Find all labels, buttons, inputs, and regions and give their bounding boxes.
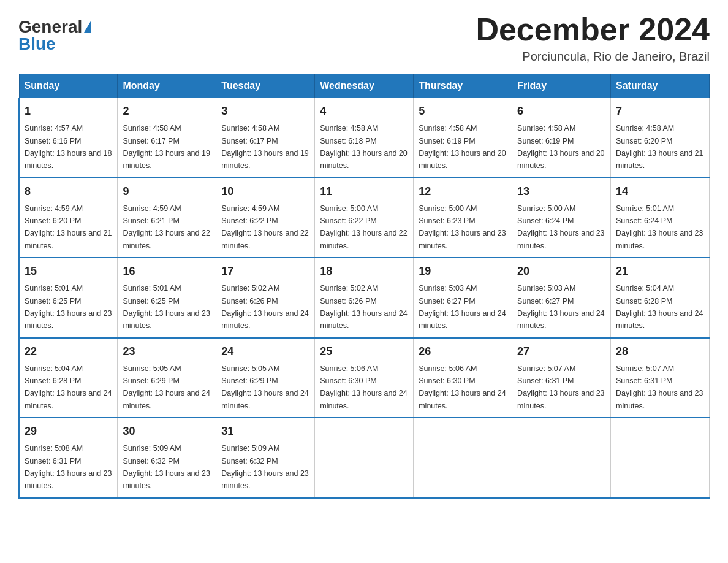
- day-number: 8: [25, 183, 112, 200]
- day-number: 3: [221, 103, 309, 120]
- calendar-day-cell: 16Sunrise: 5:01 AMSunset: 6:25 PMDayligh…: [118, 258, 216, 338]
- day-info: Sunrise: 5:07 AMSunset: 6:31 PMDaylight:…: [616, 364, 703, 410]
- calendar-day-cell: 20Sunrise: 5:03 AMSunset: 6:27 PMDayligh…: [512, 258, 611, 338]
- calendar-day-cell: 8Sunrise: 4:59 AMSunset: 6:20 PMDaylight…: [19, 178, 118, 258]
- calendar-day-cell: 19Sunrise: 5:03 AMSunset: 6:27 PMDayligh…: [414, 258, 512, 338]
- day-info: Sunrise: 5:08 AMSunset: 6:31 PMDaylight:…: [25, 444, 112, 490]
- calendar-day-cell: 3Sunrise: 4:58 AMSunset: 6:17 PMDaylight…: [216, 98, 315, 178]
- day-info: Sunrise: 5:03 AMSunset: 6:27 PMDaylight:…: [517, 284, 604, 330]
- day-number: 30: [123, 423, 211, 440]
- main-title: December 2024: [476, 12, 710, 47]
- calendar-day-cell: 13Sunrise: 5:00 AMSunset: 6:24 PMDayligh…: [512, 178, 611, 258]
- day-number: 4: [320, 103, 408, 120]
- calendar-day-cell: 30Sunrise: 5:09 AMSunset: 6:32 PMDayligh…: [118, 418, 216, 498]
- calendar-day-cell: [512, 418, 611, 498]
- day-number: 31: [221, 423, 309, 440]
- calendar-day-cell: 5Sunrise: 4:58 AMSunset: 6:19 PMDaylight…: [414, 98, 512, 178]
- weekday-header-monday: Monday: [118, 74, 216, 98]
- day-info: Sunrise: 5:01 AMSunset: 6:25 PMDaylight:…: [25, 284, 112, 330]
- day-number: 25: [320, 343, 408, 360]
- calendar-day-cell: 12Sunrise: 5:00 AMSunset: 6:23 PMDayligh…: [414, 178, 512, 258]
- logo: General Blue: [18, 18, 91, 53]
- day-number: 27: [517, 343, 605, 360]
- day-info: Sunrise: 4:59 AMSunset: 6:21 PMDaylight:…: [123, 204, 210, 250]
- calendar-day-cell: 23Sunrise: 5:05 AMSunset: 6:29 PMDayligh…: [118, 338, 216, 418]
- calendar-day-cell: [315, 418, 414, 498]
- calendar-week-row: 22Sunrise: 5:04 AMSunset: 6:28 PMDayligh…: [19, 338, 710, 418]
- day-number: 29: [25, 423, 112, 440]
- calendar-day-cell: 22Sunrise: 5:04 AMSunset: 6:28 PMDayligh…: [19, 338, 118, 418]
- calendar-week-row: 1Sunrise: 4:57 AMSunset: 6:16 PMDaylight…: [19, 98, 710, 178]
- day-info: Sunrise: 4:58 AMSunset: 6:19 PMDaylight:…: [419, 124, 506, 170]
- calendar-day-cell: 31Sunrise: 5:09 AMSunset: 6:32 PMDayligh…: [216, 418, 315, 498]
- calendar-day-cell: 18Sunrise: 5:02 AMSunset: 6:26 PMDayligh…: [315, 258, 414, 338]
- day-number: 15: [25, 263, 112, 280]
- day-info: Sunrise: 5:04 AMSunset: 6:28 PMDaylight:…: [616, 284, 703, 330]
- day-number: 17: [221, 263, 309, 280]
- calendar-day-cell: 9Sunrise: 4:59 AMSunset: 6:21 PMDaylight…: [118, 178, 216, 258]
- subtitle: Porciuncula, Rio de Janeiro, Brazil: [476, 50, 710, 64]
- day-info: Sunrise: 5:09 AMSunset: 6:32 PMDaylight:…: [123, 444, 210, 490]
- calendar-week-row: 15Sunrise: 5:01 AMSunset: 6:25 PMDayligh…: [19, 258, 710, 338]
- day-info: Sunrise: 4:59 AMSunset: 6:22 PMDaylight:…: [221, 204, 308, 250]
- calendar-day-cell: 14Sunrise: 5:01 AMSunset: 6:24 PMDayligh…: [611, 178, 710, 258]
- day-number: 2: [123, 103, 211, 120]
- day-number: 26: [419, 343, 507, 360]
- day-info: Sunrise: 5:05 AMSunset: 6:29 PMDaylight:…: [221, 364, 308, 410]
- calendar-day-cell: 26Sunrise: 5:06 AMSunset: 6:30 PMDayligh…: [414, 338, 512, 418]
- weekday-header-tuesday: Tuesday: [216, 74, 315, 98]
- calendar-day-cell: 25Sunrise: 5:06 AMSunset: 6:30 PMDayligh…: [315, 338, 414, 418]
- day-number: 18: [320, 263, 408, 280]
- day-info: Sunrise: 4:58 AMSunset: 6:17 PMDaylight:…: [221, 124, 308, 170]
- calendar-day-cell: 15Sunrise: 5:01 AMSunset: 6:25 PMDayligh…: [19, 258, 118, 338]
- logo-blue-text: Blue: [18, 36, 56, 53]
- calendar-week-row: 8Sunrise: 4:59 AMSunset: 6:20 PMDaylight…: [19, 178, 710, 258]
- title-section: December 2024 Porciuncula, Rio de Janeir…: [476, 12, 710, 64]
- weekday-header-wednesday: Wednesday: [315, 74, 414, 98]
- logo-general-text: General: [18, 18, 82, 36]
- day-number: 5: [419, 103, 507, 120]
- day-number: 14: [616, 183, 704, 200]
- day-number: 9: [123, 183, 211, 200]
- day-info: Sunrise: 5:02 AMSunset: 6:26 PMDaylight:…: [320, 284, 407, 330]
- day-info: Sunrise: 4:58 AMSunset: 6:19 PMDaylight:…: [517, 124, 604, 170]
- day-number: 28: [616, 343, 704, 360]
- calendar-day-cell: 24Sunrise: 5:05 AMSunset: 6:29 PMDayligh…: [216, 338, 315, 418]
- day-info: Sunrise: 5:00 AMSunset: 6:23 PMDaylight:…: [419, 204, 506, 250]
- day-number: 23: [123, 343, 211, 360]
- calendar-day-cell: 11Sunrise: 5:00 AMSunset: 6:22 PMDayligh…: [315, 178, 414, 258]
- day-number: 11: [320, 183, 408, 200]
- calendar-day-cell: 7Sunrise: 4:58 AMSunset: 6:20 PMDaylight…: [611, 98, 710, 178]
- weekday-header-friday: Friday: [512, 74, 611, 98]
- calendar-day-cell: 4Sunrise: 4:58 AMSunset: 6:18 PMDaylight…: [315, 98, 414, 178]
- day-info: Sunrise: 5:07 AMSunset: 6:31 PMDaylight:…: [517, 364, 604, 410]
- weekday-header-thursday: Thursday: [414, 74, 512, 98]
- calendar-day-cell: 29Sunrise: 5:08 AMSunset: 6:31 PMDayligh…: [19, 418, 118, 498]
- day-number: 21: [616, 263, 704, 280]
- day-number: 10: [221, 183, 309, 200]
- day-info: Sunrise: 5:06 AMSunset: 6:30 PMDaylight:…: [419, 364, 506, 410]
- calendar-week-row: 29Sunrise: 5:08 AMSunset: 6:31 PMDayligh…: [19, 418, 710, 498]
- day-info: Sunrise: 4:58 AMSunset: 6:17 PMDaylight:…: [123, 124, 210, 170]
- day-info: Sunrise: 5:00 AMSunset: 6:22 PMDaylight:…: [320, 204, 407, 250]
- calendar-day-cell: 17Sunrise: 5:02 AMSunset: 6:26 PMDayligh…: [216, 258, 315, 338]
- calendar-day-cell: [611, 418, 710, 498]
- day-number: 20: [517, 263, 605, 280]
- day-info: Sunrise: 5:02 AMSunset: 6:26 PMDaylight:…: [221, 284, 308, 330]
- calendar-day-cell: 2Sunrise: 4:58 AMSunset: 6:17 PMDaylight…: [118, 98, 216, 178]
- calendar-day-cell: 28Sunrise: 5:07 AMSunset: 6:31 PMDayligh…: [611, 338, 710, 418]
- day-info: Sunrise: 4:58 AMSunset: 6:20 PMDaylight:…: [616, 124, 703, 170]
- day-number: 22: [25, 343, 112, 360]
- day-number: 13: [517, 183, 605, 200]
- day-number: 7: [616, 103, 704, 120]
- day-info: Sunrise: 5:04 AMSunset: 6:28 PMDaylight:…: [25, 364, 112, 410]
- weekday-header-saturday: Saturday: [611, 74, 710, 98]
- day-info: Sunrise: 4:58 AMSunset: 6:18 PMDaylight:…: [320, 124, 407, 170]
- calendar-day-cell: 1Sunrise: 4:57 AMSunset: 6:16 PMDaylight…: [19, 98, 118, 178]
- calendar-day-cell: 6Sunrise: 4:58 AMSunset: 6:19 PMDaylight…: [512, 98, 611, 178]
- day-number: 6: [517, 103, 605, 120]
- calendar-day-cell: 10Sunrise: 4:59 AMSunset: 6:22 PMDayligh…: [216, 178, 315, 258]
- calendar-day-cell: 21Sunrise: 5:04 AMSunset: 6:28 PMDayligh…: [611, 258, 710, 338]
- day-info: Sunrise: 5:09 AMSunset: 6:32 PMDaylight:…: [221, 444, 308, 490]
- weekday-header-row: SundayMondayTuesdayWednesdayThursdayFrid…: [19, 74, 710, 98]
